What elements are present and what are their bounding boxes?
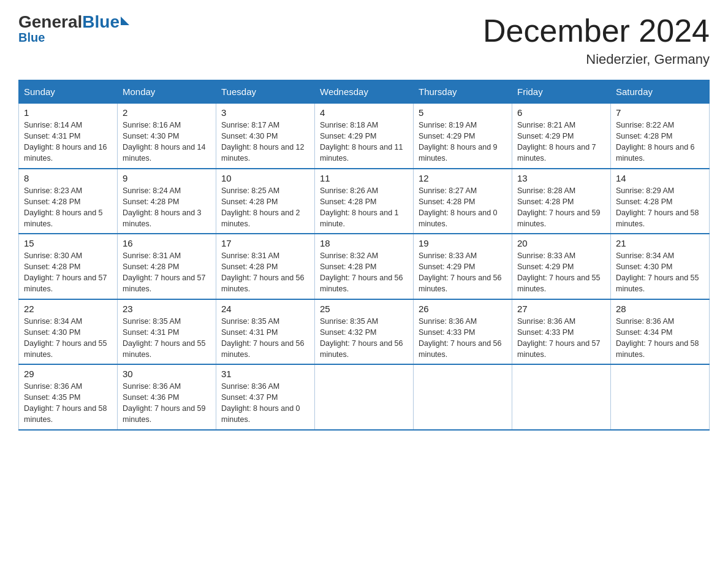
day-info: Sunrise: 8:28 AMSunset: 4:28 PMDaylight:… (517, 185, 605, 230)
day-info: Sunrise: 8:17 AMSunset: 4:30 PMDaylight:… (221, 120, 309, 164)
day-info: Sunrise: 8:26 AMSunset: 4:28 PMDaylight:… (320, 185, 408, 230)
day-info: Sunrise: 8:36 AMSunset: 4:34 PMDaylight:… (616, 316, 704, 361)
calendar-week-row: 8 Sunrise: 8:23 AMSunset: 4:28 PMDayligh… (19, 169, 710, 234)
day-number: 12 (419, 173, 507, 183)
calendar-cell: 7 Sunrise: 8:22 AMSunset: 4:28 PMDayligh… (611, 104, 710, 169)
day-info: Sunrise: 8:16 AMSunset: 4:30 PMDaylight:… (123, 120, 211, 164)
day-number: 11 (320, 173, 408, 183)
day-number: 15 (24, 238, 112, 248)
weekday-header-row: SundayMondayTuesdayWednesdayThursdayFrid… (19, 80, 710, 104)
day-info: Sunrise: 8:36 AMSunset: 4:36 PMDaylight:… (123, 381, 211, 426)
calendar-week-row: 15 Sunrise: 8:30 AMSunset: 4:28 PMDaylig… (19, 234, 710, 299)
weekday-header-saturday: Saturday (611, 80, 710, 104)
day-number: 31 (221, 369, 309, 379)
day-info: Sunrise: 8:36 AMSunset: 4:37 PMDaylight:… (221, 381, 309, 426)
calendar-cell: 21 Sunrise: 8:34 AMSunset: 4:30 PMDaylig… (611, 234, 710, 299)
day-number: 21 (616, 238, 704, 248)
calendar-cell: 19 Sunrise: 8:33 AMSunset: 4:29 PMDaylig… (414, 234, 512, 299)
day-number: 27 (517, 304, 605, 314)
day-info: Sunrise: 8:14 AMSunset: 4:31 PMDaylight:… (24, 120, 112, 164)
calendar-cell: 14 Sunrise: 8:29 AMSunset: 4:28 PMDaylig… (611, 169, 710, 234)
calendar-cell: 17 Sunrise: 8:31 AMSunset: 4:28 PMDaylig… (216, 234, 315, 299)
day-number: 7 (616, 107, 704, 118)
day-info: Sunrise: 8:23 AMSunset: 4:28 PMDaylight:… (24, 185, 112, 230)
calendar-cell: 30 Sunrise: 8:36 AMSunset: 4:36 PMDaylig… (118, 364, 216, 430)
logo-triangle-icon (121, 17, 129, 25)
day-number: 9 (123, 173, 211, 183)
calendar-cell (611, 364, 710, 430)
calendar-week-row: 29 Sunrise: 8:36 AMSunset: 4:35 PMDaylig… (19, 364, 710, 430)
calendar-cell: 27 Sunrise: 8:36 AMSunset: 4:33 PMDaylig… (512, 299, 611, 365)
day-number: 30 (123, 369, 211, 379)
day-info: Sunrise: 8:35 AMSunset: 4:32 PMDaylight:… (320, 316, 408, 361)
weekday-header-wednesday: Wednesday (315, 80, 414, 104)
weekday-header-thursday: Thursday (414, 80, 512, 104)
day-number: 3 (221, 107, 309, 118)
day-number: 1 (24, 107, 112, 118)
day-info: Sunrise: 8:36 AMSunset: 4:35 PMDaylight:… (24, 381, 112, 426)
day-info: Sunrise: 8:18 AMSunset: 4:29 PMDaylight:… (320, 120, 408, 164)
weekday-header-monday: Monday (118, 80, 216, 104)
calendar-cell: 22 Sunrise: 8:34 AMSunset: 4:30 PMDaylig… (19, 299, 118, 365)
calendar-cell: 12 Sunrise: 8:27 AMSunset: 4:28 PMDaylig… (414, 169, 512, 234)
day-info: Sunrise: 8:19 AMSunset: 4:29 PMDaylight:… (419, 120, 507, 164)
day-number: 2 (123, 107, 211, 118)
day-info: Sunrise: 8:34 AMSunset: 4:30 PMDaylight:… (616, 250, 704, 295)
calendar-cell: 1 Sunrise: 8:14 AMSunset: 4:31 PMDayligh… (19, 104, 118, 169)
day-info: Sunrise: 8:32 AMSunset: 4:28 PMDaylight:… (320, 250, 408, 295)
day-number: 23 (123, 304, 211, 314)
day-number: 25 (320, 304, 408, 314)
day-number: 8 (24, 173, 112, 183)
day-number: 20 (517, 238, 605, 248)
weekday-header-tuesday: Tuesday (216, 80, 315, 104)
day-number: 28 (616, 304, 704, 314)
calendar-cell (315, 364, 414, 430)
calendar-cell (512, 364, 611, 430)
calendar-cell: 20 Sunrise: 8:33 AMSunset: 4:29 PMDaylig… (512, 234, 611, 299)
day-info: Sunrise: 8:34 AMSunset: 4:30 PMDaylight:… (24, 316, 112, 361)
calendar-cell (414, 364, 512, 430)
day-number: 19 (419, 238, 507, 248)
day-number: 29 (24, 369, 112, 379)
title-section: December 2024 Niederzier, Germany (483, 12, 710, 67)
day-info: Sunrise: 8:21 AMSunset: 4:29 PMDaylight:… (517, 120, 605, 164)
calendar-cell: 4 Sunrise: 8:18 AMSunset: 4:29 PMDayligh… (315, 104, 414, 169)
page-title: December 2024 (483, 12, 710, 49)
day-info: Sunrise: 8:25 AMSunset: 4:28 PMDaylight:… (221, 185, 309, 230)
calendar-week-row: 1 Sunrise: 8:14 AMSunset: 4:31 PMDayligh… (19, 104, 710, 169)
calendar-cell: 26 Sunrise: 8:36 AMSunset: 4:33 PMDaylig… (414, 299, 512, 365)
day-number: 5 (419, 107, 507, 118)
day-info: Sunrise: 8:33 AMSunset: 4:29 PMDaylight:… (517, 250, 605, 295)
day-info: Sunrise: 8:30 AMSunset: 4:28 PMDaylight:… (24, 250, 112, 295)
calendar-cell: 31 Sunrise: 8:36 AMSunset: 4:37 PMDaylig… (216, 364, 315, 430)
day-number: 10 (221, 173, 309, 183)
calendar-cell: 5 Sunrise: 8:19 AMSunset: 4:29 PMDayligh… (414, 104, 512, 169)
logo-text: General Blue (18, 12, 129, 32)
weekday-header-friday: Friday (512, 80, 611, 104)
day-number: 24 (221, 304, 309, 314)
calendar-table: SundayMondayTuesdayWednesdayThursdayFrid… (18, 80, 710, 431)
calendar-cell: 9 Sunrise: 8:24 AMSunset: 4:28 PMDayligh… (118, 169, 216, 234)
day-info: Sunrise: 8:24 AMSunset: 4:28 PMDaylight:… (123, 185, 211, 230)
calendar-cell: 10 Sunrise: 8:25 AMSunset: 4:28 PMDaylig… (216, 169, 315, 234)
day-info: Sunrise: 8:35 AMSunset: 4:31 PMDaylight:… (123, 316, 211, 361)
day-number: 18 (320, 238, 408, 248)
day-info: Sunrise: 8:36 AMSunset: 4:33 PMDaylight:… (517, 316, 605, 361)
day-number: 22 (24, 304, 112, 314)
day-info: Sunrise: 8:33 AMSunset: 4:29 PMDaylight:… (419, 250, 507, 295)
logo: General Blue Blue (18, 12, 129, 45)
day-number: 6 (517, 107, 605, 118)
logo-underline: Blue (18, 31, 45, 45)
logo-general: General (18, 12, 82, 32)
calendar-cell: 23 Sunrise: 8:35 AMSunset: 4:31 PMDaylig… (118, 299, 216, 365)
day-info: Sunrise: 8:31 AMSunset: 4:28 PMDaylight:… (221, 250, 309, 295)
page-header: General Blue Blue December 2024 Niederzi… (18, 12, 710, 67)
calendar-cell: 18 Sunrise: 8:32 AMSunset: 4:28 PMDaylig… (315, 234, 414, 299)
calendar-cell: 6 Sunrise: 8:21 AMSunset: 4:29 PMDayligh… (512, 104, 611, 169)
page-location: Niederzier, Germany (483, 52, 710, 67)
calendar-cell: 24 Sunrise: 8:35 AMSunset: 4:31 PMDaylig… (216, 299, 315, 365)
day-info: Sunrise: 8:31 AMSunset: 4:28 PMDaylight:… (123, 250, 211, 295)
calendar-week-row: 22 Sunrise: 8:34 AMSunset: 4:30 PMDaylig… (19, 299, 710, 365)
weekday-header-sunday: Sunday (19, 80, 118, 104)
day-info: Sunrise: 8:22 AMSunset: 4:28 PMDaylight:… (616, 120, 704, 164)
